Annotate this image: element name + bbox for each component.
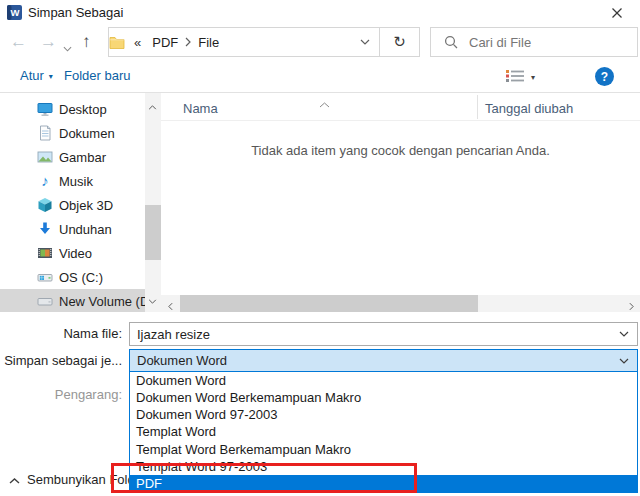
drive-icon <box>37 293 53 309</box>
help-button[interactable]: ? <box>595 67 614 86</box>
scrollbar-thumb[interactable] <box>145 205 161 260</box>
sidebar-item-desktop[interactable]: Desktop <box>0 97 145 121</box>
sidebar: Desktop Dokumen Gambar ♪ Musik <box>0 93 145 312</box>
sort-ascending-icon[interactable] <box>319 96 330 111</box>
breadcrumb-item-file[interactable]: File <box>198 35 219 50</box>
search-input[interactable] <box>469 35 619 50</box>
save-options-panel: Nama file: Simpan sebagai je... Dokumen … <box>0 312 640 496</box>
recent-locations-chevron-icon[interactable] <box>63 40 72 55</box>
back-icon[interactable]: ← <box>10 31 27 53</box>
up-icon[interactable]: ↑ <box>82 31 91 53</box>
sidebar-item-new-volume-d[interactable]: New Volume (D:) <box>0 289 145 312</box>
view-options-button[interactable]: ▾ <box>506 69 535 83</box>
filename-input[interactable] <box>130 327 611 342</box>
video-icon <box>37 245 53 261</box>
cube-icon <box>37 197 53 213</box>
dropdown-option-dokumen-word[interactable]: Dokumen Word <box>130 372 637 389</box>
sidebar-item-unduhan[interactable]: Unduhan <box>0 217 145 241</box>
close-icon <box>611 7 623 19</box>
file-list: Nama Tanggal diubah Tidak ada item yang … <box>161 93 640 312</box>
chevron-down-icon[interactable] <box>611 358 637 364</box>
picture-icon <box>37 149 53 165</box>
filetype-label: Simpan sebagai je... <box>0 353 122 368</box>
window-title: Simpan Sebagai <box>28 5 123 20</box>
desktop-icon <box>37 101 53 117</box>
breadcrumb-prefix: « <box>134 35 141 50</box>
author-label: Pengarang: <box>0 387 122 402</box>
titlebar: W Simpan Sebagai <box>0 0 640 26</box>
scroll-up-icon[interactable] <box>148 98 157 113</box>
dropdown-option-templat-word[interactable]: Templat Word <box>130 423 637 440</box>
download-icon <box>37 221 53 237</box>
help-icon: ? <box>601 70 608 84</box>
refresh-icon[interactable]: ↻ <box>379 28 419 56</box>
document-icon <box>37 125 53 141</box>
scroll-down-icon[interactable] <box>148 292 157 307</box>
sidebar-item-dokumen[interactable]: Dokumen <box>0 121 145 145</box>
filetype-select[interactable]: Dokumen Word <box>129 349 638 372</box>
column-header-date-modified[interactable]: Tanggal diubah <box>485 101 573 116</box>
sidebar-scrollbar[interactable] <box>145 93 161 312</box>
annotation-red-box <box>111 463 417 493</box>
navigation-bar: ← → ↑ « PDF File ↻ <box>0 26 640 60</box>
drive-windows-icon <box>37 269 53 285</box>
dropdown-option-dokumen-word-97-2003[interactable]: Dokumen Word 97-2003 <box>130 406 637 423</box>
address-bar[interactable]: « PDF File ↻ <box>108 27 420 57</box>
search-icon <box>444 35 458 49</box>
music-icon: ♪ <box>41 173 49 189</box>
chevron-up-icon <box>9 472 20 487</box>
caret-down-icon: ▾ <box>49 72 53 81</box>
new-folder-button[interactable]: Folder baru <box>64 68 130 83</box>
sidebar-item-objek-3d[interactable]: Objek 3D <box>0 193 145 217</box>
scroll-right-icon[interactable] <box>629 299 634 312</box>
dropdown-option-dokumen-word-makro[interactable]: Dokumen Word Berkemampuan Makro <box>130 389 637 406</box>
sidebar-item-video[interactable]: Video <box>0 241 145 265</box>
column-header-name[interactable]: Nama <box>183 101 218 116</box>
folder-icon <box>109 36 125 49</box>
scroll-left-icon[interactable] <box>168 299 173 312</box>
caret-down-icon: ▾ <box>531 73 535 82</box>
main-area: Desktop Dokumen Gambar ♪ Musik <box>0 93 640 312</box>
search-box[interactable] <box>430 27 638 57</box>
list-horizontal-scrollbar[interactable] <box>161 295 640 312</box>
filename-label: Nama file: <box>0 326 122 341</box>
scrollbar-thumb[interactable] <box>180 295 478 312</box>
column-divider[interactable] <box>477 95 478 119</box>
address-dropdown-chevron-icon[interactable] <box>351 28 379 56</box>
organize-button[interactable]: Atur ▾ <box>20 68 53 83</box>
filetype-selected-value: Dokumen Word <box>130 353 611 368</box>
sidebar-item-gambar[interactable]: Gambar <box>0 145 145 169</box>
sidebar-item-musik[interactable]: ♪ Musik <box>0 169 145 193</box>
breadcrumb-item-pdf[interactable]: PDF <box>152 35 178 50</box>
chevron-right-icon <box>185 37 191 47</box>
forward-icon[interactable]: → <box>40 31 57 53</box>
dropdown-option-templat-word-makro[interactable]: Templat Word Berkemampuan Makro <box>130 441 637 458</box>
close-button[interactable] <box>596 0 638 26</box>
chevron-down-icon[interactable] <box>611 331 637 337</box>
svg-text:W: W <box>11 7 20 18</box>
list-view-icon <box>506 69 524 83</box>
list-header: Nama Tanggal diubah <box>161 93 640 121</box>
word-icon: W <box>7 5 22 20</box>
filename-field[interactable] <box>129 322 638 346</box>
toolbar: Atur ▾ Folder baru ▾ ? <box>0 60 640 93</box>
sidebar-item-os-c[interactable]: OS (C:) <box>0 265 145 289</box>
empty-list-message: Tidak ada item yang cocok dengan pencari… <box>161 143 640 158</box>
